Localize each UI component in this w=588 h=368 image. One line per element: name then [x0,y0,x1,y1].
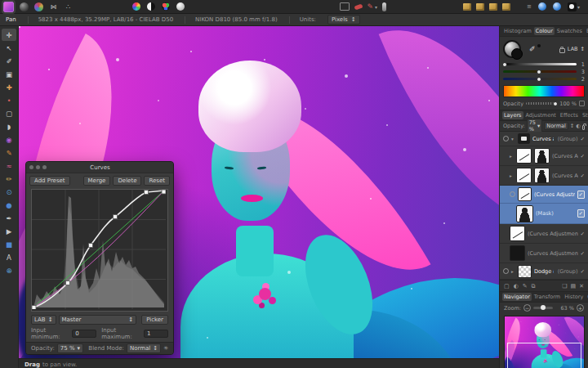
text-tool[interactable]: A [2,251,16,263]
snapping-icon[interactable] [538,2,546,11]
mask-layer-icon[interactable]: ▢ [504,283,510,289]
spectrum-bar[interactable] [503,85,585,97]
merge-button[interactable]: Merge [83,176,111,186]
healing-brush-tool[interactable]: ✚ [2,81,16,93]
group-thumbnail[interactable] [518,133,530,144]
visibility-toggle[interactable] [503,268,509,274]
blur-tool[interactable]: ● [2,199,16,211]
selection-mode-icon[interactable] [340,2,350,11]
zoom-slider[interactable] [533,307,553,309]
arrange-group-icon[interactable] [463,3,471,11]
mask-thumbnail[interactable] [516,205,533,222]
reset-button[interactable]: Reset [144,176,170,186]
layer-check[interactable]: ✓ [581,250,585,257]
sharpen-tool[interactable]: ⊙ [2,186,16,198]
quick-mask-brush-icon[interactable]: ✎ [368,2,374,11]
zoom-slider-handle[interactable] [541,305,546,310]
dodge-burn-tool[interactable]: ✏ [2,173,16,185]
zoom-in-icon[interactable]: + [577,304,584,312]
rectangle-tool[interactable]: ■ [2,238,16,250]
colour-opacity-slider[interactable] [526,102,557,105]
group-thumbnail[interactable] [518,265,532,278]
blend-mode-dropdown[interactable]: Normal [544,122,568,130]
tab-navigator[interactable]: Navigator [502,293,532,301]
delete-button[interactable]: Delete [113,176,141,186]
layer-row-mask-selected[interactable]: (Mask) ✓ [500,204,588,224]
add-preset-button[interactable]: Add Preset [29,176,70,186]
lightness-slider[interactable]: 1 [503,61,585,68]
window-buttons[interactable] [29,165,47,169]
mask-thumbnail[interactable] [534,168,550,183]
curves-dialog-titlebar[interactable]: Curves [26,162,173,173]
tab-styles[interactable]: Styles [581,111,588,119]
smudge-tool[interactable]: ≈ [2,159,16,172]
crop-tool[interactable]: ▣ [2,68,16,80]
auto-contrast-icon[interactable] [147,2,155,11]
colour-model-dropdown[interactable]: LAB ↕ [559,46,585,53]
tab-transform[interactable]: Transform [532,293,562,301]
chevron-down-icon[interactable]: ▾ [375,4,377,10]
slice-icon[interactable] [382,2,386,11]
tab-layers[interactable]: Layers [502,111,523,119]
flood-select-tool[interactable]: ◗ [2,120,16,132]
adjustment-thumbnail[interactable] [516,168,532,183]
blend-ranges-icon[interactable]: ↕ [570,123,574,129]
expander-icon[interactable]: ▸ [510,154,514,159]
blend-mode-dropdown[interactable]: Normal↕ [127,343,161,353]
pixel-alignment-icon[interactable] [553,2,561,11]
eyedropper-icon[interactable]: ✐ [529,45,536,53]
node-tool[interactable]: ▶ [2,225,16,237]
layer-row[interactable]: (Curves Adjustment) ✓ [500,224,588,244]
tab-history[interactable]: History [563,293,585,301]
delete-layer-icon[interactable]: ✕ [579,283,584,289]
colour-replacement-tool[interactable]: ◉ [2,133,16,146]
adjustment-thumbnail[interactable] [510,245,525,261]
gear-icon[interactable]: ✳ [163,345,168,352]
move-tool[interactable]: ↖ [2,42,16,54]
expander-icon[interactable]: ▸ [510,173,514,178]
layer-check[interactable]: ✓ [581,268,585,275]
channel-dropdown[interactable]: Master↕ [59,315,137,325]
expander-icon[interactable]: ▸ [511,269,515,274]
mask-thumbnail[interactable] [534,148,550,164]
refine-selection-icon[interactable] [354,3,363,10]
secondary-colour-well[interactable] [511,48,523,60]
view-tool[interactable]: ✛ [2,29,16,41]
units-dropdown[interactable]: Pixels ↕ [327,15,360,25]
live-filter-icon[interactable]: ✎ [523,283,528,289]
auto-levels-icon[interactable] [132,2,140,11]
layer-row-selected[interactable]: (Curves Adjustment) ✓ [500,186,588,204]
chevron-down-icon[interactable]: ▾ [577,4,580,10]
tab-effects[interactable]: Effects [559,111,580,119]
curves-dialog[interactable]: Curves Add Preset Merge Delete Reset [25,161,174,355]
layer-check[interactable]: ✓ [577,191,585,199]
a-channel-slider[interactable]: 3 [503,68,585,75]
adjustment-thumbnail[interactable] [510,226,525,241]
adjustment-thumbnail[interactable] [516,148,532,164]
expander-icon[interactable]: ▾ [511,137,515,141]
alignment-icon[interactable]: ≡ [527,3,532,10]
lock-layer-icon[interactable] [582,125,585,130]
curves-graph[interactable] [31,189,168,312]
tab-colour[interactable]: Colour [534,27,555,35]
b-channel-slider[interactable]: 2 [503,75,585,83]
arrange-ungroup-icon[interactable] [476,3,484,11]
erase-tool[interactable]: ✒ [2,212,16,224]
new-layer-icon[interactable]: ▤ [571,283,577,289]
input-max-field[interactable]: 1 [144,330,168,338]
visibility-toggle[interactable] [503,136,509,141]
close-button[interactable] [29,165,33,169]
zoom-out-icon[interactable]: − [523,304,531,312]
layer-row[interactable]: ▸ (Curves Adjustm.. ✓ [500,166,588,186]
tab-brushes[interactable]: Brushes [585,27,588,35]
tab-swatches[interactable]: Swatches [555,27,584,35]
navigator-thumbnail-slot[interactable] [504,316,585,368]
layer-check[interactable]: ✓ [581,136,585,142]
new-group-icon[interactable]: ❏ [562,283,567,289]
move-forward-icon[interactable] [489,3,497,11]
affinity-photo-app-icon[interactable] [3,2,14,12]
zoom-tool[interactable]: ⊕ [2,264,16,276]
auto-white-balance-icon[interactable] [176,2,185,11]
navigator-view-rectangle[interactable] [507,343,581,368]
adjustment-icon[interactable]: ◐ [514,283,519,289]
